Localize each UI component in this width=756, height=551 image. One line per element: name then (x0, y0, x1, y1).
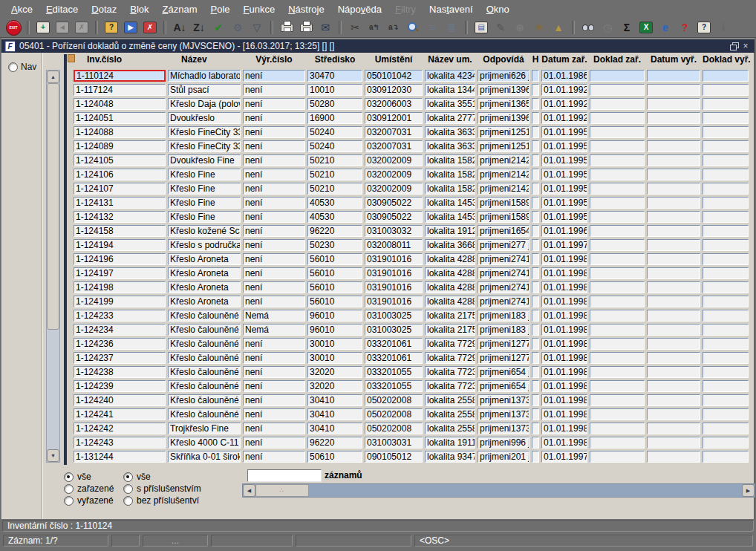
vertical-scroll-thumb[interactable] (47, 83, 59, 330)
table-cell[interactable]: 031003025 (365, 324, 423, 336)
table-cell[interactable]: 50210 (307, 154, 362, 166)
table-cell[interactable]: 40530 (307, 211, 362, 223)
table-cell[interactable] (590, 338, 645, 350)
table-cell[interactable] (590, 70, 645, 82)
table-cell[interactable]: 50210 (307, 169, 362, 180)
table-cell[interactable]: prijmeni654 jme (478, 380, 529, 392)
table-cell[interactable]: lokalita 1344 (425, 84, 475, 96)
table-cell[interactable]: 50230 (307, 239, 362, 251)
table-cell[interactable]: 032002009 (365, 154, 423, 166)
table-cell[interactable] (590, 267, 645, 279)
table-cell[interactable]: není (243, 169, 305, 180)
table-row[interactable]: 1-110124Míchadlo laboratornnení304700501… (74, 70, 749, 82)
table-horizontal-scrollbar[interactable]: ◀ ∴ ▶ (242, 483, 755, 498)
table-cell[interactable] (647, 239, 700, 251)
radio-zarazene[interactable]: zařazené (64, 483, 114, 495)
table-cell[interactable] (647, 310, 700, 322)
table-cell[interactable]: 01.01.1995 (541, 154, 587, 166)
table-cell[interactable]: prijmeni1277 jm (478, 338, 529, 350)
table-cell[interactable]: 01.01.1998 (541, 338, 587, 350)
table-cell[interactable]: prijmeni2142 jm (478, 154, 529, 166)
menu-dotaz[interactable]: Dotaz (85, 1, 123, 17)
send-mail-icon[interactable]: ✉ (317, 20, 333, 35)
table-cell[interactable]: Nemá (243, 324, 305, 336)
table-cell[interactable]: prijmeni1373 jm (478, 394, 529, 406)
table-cell[interactable]: 032002009 (365, 169, 423, 180)
wrench-icon[interactable]: ⚙ (229, 20, 246, 35)
table-row[interactable]: 1-124240Křeslo čalouněné Fnení3041005020… (74, 394, 749, 406)
table-row[interactable]: 1-124197Křeslo Aronetanení56010031901016… (74, 267, 749, 279)
table-cell[interactable]: 050202008 (365, 408, 423, 420)
filter-icon[interactable]: ▽ (249, 20, 265, 35)
table-cell[interactable]: prijmeni1251 jm (478, 140, 529, 152)
table-cell[interactable]: 50240 (307, 126, 362, 138)
table-cell[interactable]: prijmeni2741 jm (478, 267, 529, 279)
table-cell[interactable] (590, 183, 645, 195)
table-cell[interactable]: prijmeni1396 jm (478, 84, 529, 96)
table-cell[interactable]: 50240 (307, 140, 362, 152)
table-cell[interactable]: 1-124197 (74, 267, 166, 279)
table-cell[interactable] (647, 451, 700, 463)
table-cell[interactable]: 1-124239 (74, 380, 166, 392)
table-cell[interactable]: není (243, 423, 305, 434)
table-row[interactable]: 1-124241Křeslo čalouněné Fnení3041005020… (74, 408, 749, 420)
table-row[interactable]: 1-124233Křeslo čalouněné FNemá9601003100… (74, 310, 749, 322)
table-row[interactable]: 1-124107Křeslo Finenení50210032002009lok… (74, 183, 749, 195)
table-cell[interactable] (647, 423, 700, 434)
table-cell[interactable] (703, 437, 749, 449)
table-cell[interactable]: není (243, 451, 305, 463)
table-row[interactable]: 1-124048Křeslo Daja (polovinnení50280032… (74, 98, 749, 110)
edit-document-icon[interactable]: ✎ (492, 20, 509, 35)
table-cell[interactable] (647, 380, 700, 392)
browser-icon[interactable]: e (657, 20, 674, 35)
nav-radio-circle[interactable] (8, 62, 18, 72)
table-cell[interactable]: 032006003 (365, 98, 423, 110)
table-cell[interactable] (532, 169, 539, 180)
table-cell[interactable]: není (243, 408, 305, 420)
table-cell[interactable] (703, 380, 749, 392)
copy-icon[interactable]: a↰ (366, 20, 382, 35)
beacon-icon[interactable]: ▲ (550, 20, 567, 35)
table-cell[interactable] (703, 423, 749, 434)
table-cell[interactable]: 01.01.1995 (541, 169, 587, 180)
table-cell[interactable]: 1-124158 (74, 225, 166, 237)
table-cell[interactable] (590, 296, 645, 307)
table-cell[interactable]: Křeslo Aroneta (168, 267, 241, 279)
table-cell[interactable]: 050101042 (365, 70, 423, 82)
table-cell[interactable]: 030905022 (365, 197, 423, 209)
table-cell[interactable]: prijmeni996 jme (478, 437, 529, 449)
table-cell[interactable]: není (243, 296, 305, 307)
table-cell[interactable]: 01.01.1995 (541, 211, 587, 223)
table-vertical-scrollbar[interactable]: ▲ ▼ (46, 70, 60, 463)
table-cell[interactable] (532, 253, 539, 265)
menu-editace[interactable]: Editace (39, 1, 85, 17)
radio-s-prislusenstvim[interactable]: s příslušenstvím (123, 483, 201, 495)
table-cell[interactable]: Křeslo čalouněné F (168, 394, 241, 406)
table-cell[interactable]: není (243, 281, 305, 293)
table-cell[interactable]: 56010 (307, 296, 362, 307)
table-cell[interactable]: 050202008 (365, 394, 423, 406)
table-cell[interactable]: lokalita 3633 (425, 140, 475, 152)
table-cell[interactable]: 032002009 (365, 183, 423, 195)
table-cell[interactable]: prijmeni1373 jm (478, 408, 529, 420)
insert-record-icon[interactable]: + (35, 20, 51, 35)
table-cell[interactable]: není (243, 154, 305, 166)
table-cell[interactable]: prijmeni1396 jm (478, 112, 529, 124)
table-cell[interactable] (590, 225, 645, 237)
table-cell[interactable]: lokalita 1582 (425, 183, 475, 195)
table-cell[interactable]: 033201055 (365, 366, 423, 378)
table-cell[interactable] (590, 98, 645, 110)
table-cell[interactable]: 032007031 (365, 140, 423, 152)
table-cell[interactable]: není (243, 84, 305, 96)
table-row[interactable]: 1-124051Dvoukřeslonení16900030912001loka… (74, 112, 749, 124)
table-cell[interactable]: 031003032 (365, 225, 423, 237)
table-cell[interactable]: 01.01.1998 (541, 408, 587, 420)
table-cell[interactable] (647, 338, 700, 350)
table-cell[interactable]: není (243, 352, 305, 364)
table-row[interactable]: 1-124106Křeslo Finenení50210032002009lok… (74, 169, 749, 180)
table-cell[interactable]: prijmeni1277 jm (478, 352, 529, 364)
menu-okno[interactable]: Okno (480, 1, 516, 17)
radio-circle[interactable] (123, 496, 133, 506)
table-cell[interactable]: 1-124237 (74, 352, 166, 364)
table-cell[interactable]: není (243, 98, 305, 110)
